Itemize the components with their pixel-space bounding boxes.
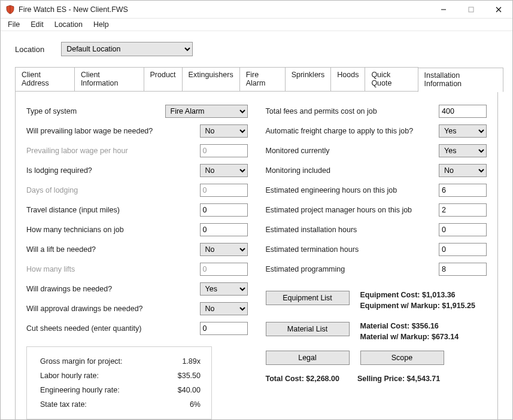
material-list-button[interactable]: Material List — [266, 322, 350, 336]
labor-rate-value: $35.50 — [165, 372, 201, 380]
cut-sheets-input[interactable] — [200, 322, 248, 335]
close-button[interactable] — [485, 1, 512, 19]
pm-hours-input[interactable] — [439, 203, 487, 217]
equipment-list-button[interactable]: Equipment List — [266, 291, 350, 305]
tab-quick-quote[interactable]: Quick Quote — [365, 67, 418, 92]
drawings-select[interactable]: Yes — [200, 282, 248, 296]
tax-value: 6% — [165, 400, 201, 409]
menu-edit[interactable]: Edit — [26, 19, 50, 31]
summary-box: Gross margin for project:1.89x Labor hou… — [26, 346, 212, 419]
type-of-system-select[interactable]: Fire Alarm — [165, 105, 248, 118]
how-many-lifts-label: How many lifts — [26, 265, 200, 273]
menu-location[interactable]: Location — [50, 19, 89, 31]
prevailing-wage-label: Will prevailing labor wage be needed? — [26, 127, 200, 135]
menu-help[interactable]: Help — [89, 19, 115, 31]
type-of-system-label: Type of system — [26, 107, 165, 115]
monitoring-incl-label: Monitoring included — [266, 166, 439, 175]
fees-label: Total fees and permits cost on job — [266, 107, 439, 115]
approval-drawings-select[interactable]: No — [200, 302, 248, 315]
freight-select[interactable]: Yes — [439, 124, 487, 138]
menu-file[interactable]: File — [3, 19, 26, 31]
equipment-markup: Equipment w/ Markup: $1,915.25 — [360, 302, 475, 310]
scope-button[interactable]: Scope — [360, 351, 444, 365]
monitored-select[interactable]: Yes — [439, 144, 487, 157]
prevailing-wage-per-hour-input[interactable] — [200, 144, 248, 157]
titlebar: Fire Watch ES - New Client.FWS — [1, 1, 512, 19]
techs-input[interactable] — [200, 223, 248, 236]
svg-rect-0 — [469, 7, 473, 12]
total-cost: Total Cost: $2,268.00 — [266, 375, 339, 383]
tab-installation-info[interactable]: Installation Information — [418, 68, 503, 92]
install-hours-input[interactable] — [439, 223, 487, 236]
lodging-label: Is lodging required? — [26, 166, 200, 175]
approval-drawings-label: Will approval drawings be needed? — [26, 305, 200, 313]
cut-sheets-label: Cut sheets needed (enter quantity) — [26, 324, 200, 333]
monitored-label: Monitored currently — [266, 147, 439, 155]
tab-client-address[interactable]: Client Address — [15, 67, 75, 92]
material-markup: Material w/ Markup: $673.14 — [360, 333, 459, 341]
freight-label: Automatic freight charge to apply to thi… — [266, 127, 439, 135]
left-column: Type of system Fire Alarm Will prevailin… — [26, 101, 248, 419]
tab-fire-alarm[interactable]: Fire Alarm — [239, 67, 286, 92]
lodging-select[interactable]: No — [200, 164, 248, 177]
how-many-lifts-input[interactable] — [200, 263, 248, 276]
travel-input[interactable] — [200, 203, 248, 217]
right-column: Total fees and permits cost on job Autom… — [266, 101, 487, 419]
lift-label: Will a lift be needed? — [26, 245, 200, 254]
gross-margin-label: Gross margin for project: — [40, 357, 165, 366]
monitoring-incl-select[interactable]: No — [439, 164, 487, 177]
equipment-cost: Equipment Cost: $1,013.36 — [360, 291, 475, 299]
tax-label: State tax rate: — [40, 400, 165, 409]
travel-label: Travel distance (input miles) — [26, 206, 200, 214]
lift-select[interactable]: No — [200, 243, 248, 256]
fees-input[interactable] — [439, 105, 487, 118]
prevailing-wage-select[interactable]: No — [200, 124, 248, 138]
client-area: Location Default Location Client Address… — [1, 31, 512, 420]
eng-hours-input[interactable] — [439, 184, 487, 197]
prog-hours-label: Estimated programming — [266, 265, 439, 273]
prevailing-wage-per-hour-label: Prevailing labor wage per hour — [26, 147, 200, 155]
tabstrip: Client Address Client Information Produc… — [15, 67, 503, 92]
pm-hours-label: Estimated project manager hours on this … — [266, 206, 439, 214]
techs-label: How many technicians on job — [26, 226, 200, 234]
legal-button[interactable]: Legal — [266, 351, 350, 365]
days-lodging-input[interactable] — [200, 184, 248, 197]
gross-margin-value: 1.89x — [165, 357, 201, 366]
labor-rate-label: Labor hourly rate: — [40, 372, 165, 380]
material-cost: Material Cost: $356.16 — [360, 322, 459, 330]
tab-client-information[interactable]: Client Information — [74, 67, 144, 92]
eng-rate-label: Engineering hourly rate: — [40, 386, 165, 394]
maximize-button[interactable] — [457, 1, 485, 19]
drawings-label: Will drawings be needed? — [26, 285, 200, 293]
app-window: Fire Watch ES - New Client.FWS File Edit… — [0, 0, 513, 420]
eng-hours-label: Estimated engineering hours on this job — [266, 186, 439, 194]
tab-sprinklers[interactable]: Sprinklers — [285, 67, 332, 92]
install-hours-label: Estimated installation hours — [266, 226, 439, 234]
tab-product[interactable]: Product — [144, 67, 183, 92]
selling-price: Selling Price: $4,543.71 — [357, 375, 440, 383]
prog-hours-input[interactable] — [439, 263, 487, 276]
minimize-button[interactable] — [430, 1, 457, 19]
location-label: Location — [15, 45, 44, 54]
term-hours-label: Estimated termination hours — [266, 245, 439, 254]
days-lodging-label: Days of lodging — [26, 186, 200, 194]
window-title: Fire Watch ES - New Client.FWS — [19, 5, 430, 14]
eng-rate-value: $40.00 — [165, 386, 201, 394]
menubar: File Edit Location Help — [1, 19, 512, 31]
tab-extinguishers[interactable]: Extinguishers — [182, 67, 240, 92]
tab-panel: Type of system Fire Alarm Will prevailin… — [15, 91, 498, 420]
location-select[interactable]: Default Location — [61, 42, 193, 56]
tab-hoods[interactable]: Hoods — [330, 67, 365, 92]
term-hours-input[interactable] — [439, 243, 487, 256]
shield-icon — [5, 5, 15, 14]
